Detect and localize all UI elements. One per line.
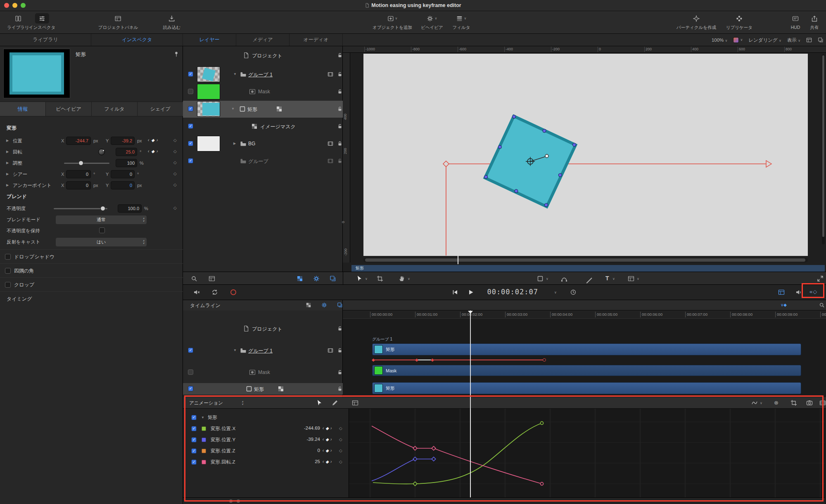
animation-menu-icon[interactable]: ◇	[173, 172, 177, 176]
animation-menu-icon[interactable]: ◇	[173, 183, 177, 187]
keyframe-editor-scrollbar[interactable]	[183, 497, 825, 504]
animation-menu-icon[interactable]: ◇	[339, 460, 342, 464]
split-view-icon[interactable]	[818, 37, 824, 43]
pan-tool-icon[interactable]	[399, 275, 405, 282]
resize-dot[interactable]	[229, 499, 233, 503]
kf-group-row[interactable]: ✓ ▼ 矩形	[183, 412, 349, 423]
go-to-start-icon[interactable]	[452, 289, 458, 296]
disclosure-triangle[interactable]: ▼	[233, 349, 237, 352]
lock-icon[interactable]	[337, 369, 343, 375]
four-corners-checkbox[interactable]	[5, 268, 11, 274]
lock-icon[interactable]	[337, 106, 343, 112]
animation-menu-icon[interactable]: ◇	[173, 206, 177, 210]
hud-button[interactable]: HUD	[788, 13, 802, 30]
tab-filters[interactable]: フィルタ	[92, 102, 138, 116]
audio-icon[interactable]	[795, 289, 802, 296]
lock-icon[interactable]	[337, 71, 343, 77]
scale-slider[interactable]	[64, 163, 109, 164]
position-x-field[interactable]: -244.7	[66, 137, 91, 145]
disclosure-triangle[interactable]: ▶	[6, 161, 9, 165]
next-keyframe-icon[interactable]: ›	[330, 426, 332, 431]
film-icon[interactable]	[328, 141, 333, 147]
param-enable-checkbox[interactable]: ✓	[191, 459, 197, 465]
keyframe-icon[interactable]: ◆	[325, 460, 329, 464]
show-layers-icon[interactable]	[330, 275, 336, 282]
animation-menu-icon[interactable]: ◇	[173, 138, 177, 142]
param-value[interactable]: -39.24	[306, 437, 320, 442]
selection-handle[interactable]	[514, 189, 519, 194]
chevron-down-icon[interactable]: ∨	[408, 277, 410, 281]
chevron-down-icon[interactable]: ∨	[637, 277, 639, 281]
layer-row-group[interactable]: ✓ グループ	[183, 153, 343, 170]
text-tool-icon[interactable]: T	[605, 275, 609, 282]
library-button[interactable]: ライブラリ	[7, 13, 29, 31]
lock-icon[interactable]	[337, 52, 343, 58]
project-panel-button[interactable]: プロジェクトパネル	[98, 13, 138, 31]
selection-handle[interactable]	[484, 175, 489, 180]
loop-icon[interactable]	[211, 289, 218, 296]
make-particles-button[interactable]: パーティクルを作成	[676, 13, 716, 31]
layer-enable-checkbox[interactable]: ✓	[188, 106, 193, 111]
rotation-dial[interactable]	[98, 149, 105, 155]
disclosure-triangle[interactable]: ▼	[231, 107, 235, 111]
group-enable-checkbox[interactable]: ✓	[191, 415, 197, 420]
layer-row-image-mask[interactable]: ✓ イメージマスク	[183, 118, 343, 135]
timeline-row-mask[interactable]: ✓ Mask	[183, 367, 343, 378]
animation-menu-icon[interactable]: ◇	[339, 438, 342, 442]
next-keyframe-icon[interactable]: ›	[330, 438, 332, 442]
cast-reflection-popup[interactable]: はい∧∨	[56, 238, 147, 246]
resize-dot[interactable]	[237, 499, 240, 503]
snapshot-camera-icon[interactable]	[806, 400, 813, 406]
canvas-h-scrollbar[interactable]	[363, 258, 808, 263]
layer-enable-checkbox[interactable]: ✓	[188, 369, 193, 375]
tab-media[interactable]: メディア	[236, 34, 290, 46]
keyframe-icon[interactable]: ◆	[325, 449, 329, 453]
chevron-down-icon[interactable]: ∨	[554, 291, 557, 294]
zoom-timeline-icon[interactable]	[819, 302, 825, 308]
kf-param-row[interactable]: ✓ 変形.回転.Z 25 ‹◆› ◇	[183, 457, 349, 468]
behavior-button[interactable]: ∨ビヘイビア	[421, 13, 443, 31]
chevron-down-icon[interactable]: ∨	[546, 277, 548, 281]
playhead[interactable]	[470, 310, 471, 497]
show-masks-icon[interactable]	[297, 275, 303, 282]
kf-param-row[interactable]: ✓ 変形.位置.X -244.69 ‹◆› ◇	[183, 423, 349, 434]
param-enable-checkbox[interactable]: ✓	[191, 448, 197, 454]
mini-playhead-tick[interactable]	[458, 256, 458, 264]
tab-properties[interactable]: 情報	[0, 102, 46, 116]
expand-canvas-icon[interactable]	[817, 275, 824, 282]
kf-param-row[interactable]: ✓ 変形.位置.Y -39.24 ‹◆› ◇	[183, 434, 349, 445]
zoom-control[interactable]: 100% ∨	[712, 38, 727, 43]
sketch-keyframes-tool-icon[interactable]	[332, 400, 338, 406]
filmstrip-view-icon[interactable]	[209, 275, 215, 282]
filter-button[interactable]: ∨フィルタ	[453, 13, 470, 31]
lock-icon[interactable]	[337, 386, 343, 392]
anchor-y-field[interactable]: 0	[111, 181, 135, 189]
prev-keyframe-icon[interactable]: ‹	[323, 438, 324, 442]
layer-enable-checkbox[interactable]: ✓	[188, 386, 193, 391]
timeline-row-group1[interactable]: ✓ ▼ グループ 1	[183, 345, 343, 356]
rotation-field[interactable]: 25.0	[116, 148, 137, 156]
line-tool-icon[interactable]	[582, 273, 592, 283]
chevron-down-icon[interactable]: ∨	[612, 277, 615, 281]
param-value[interactable]: 25	[315, 459, 320, 464]
disclosure-triangle[interactable]: ▼	[233, 73, 237, 76]
timeline-keyframe[interactable]: ◆	[372, 357, 375, 362]
disclosure-triangle[interactable]: ▶	[233, 142, 236, 145]
timeline-row-project[interactable]: プロジェクト	[183, 323, 343, 334]
box-select-tool-icon[interactable]	[352, 400, 358, 406]
layer-row-project[interactable]: プロジェクト	[183, 50, 343, 66]
mini-timeline[interactable]: 矩形	[351, 265, 825, 272]
clock-icon[interactable]	[570, 289, 577, 296]
replicator-button[interactable]: リプリケータ	[726, 13, 752, 31]
frame-tool-icon[interactable]	[628, 275, 634, 282]
disclosure-triangle[interactable]: ▶	[6, 139, 9, 142]
selection-handle[interactable]	[544, 203, 548, 208]
film-icon[interactable]	[328, 158, 333, 164]
drop-shadow-checkbox[interactable]	[5, 254, 11, 260]
curve-area-background[interactable]	[349, 409, 825, 497]
show-keyframe-editor-button[interactable]: «◇	[809, 289, 817, 295]
position-y-field[interactable]: -39.2	[111, 137, 135, 145]
import-button[interactable]: 読み込む	[163, 13, 181, 31]
pin-icon[interactable]	[173, 51, 179, 57]
show-behaviors-icon[interactable]	[313, 275, 320, 282]
